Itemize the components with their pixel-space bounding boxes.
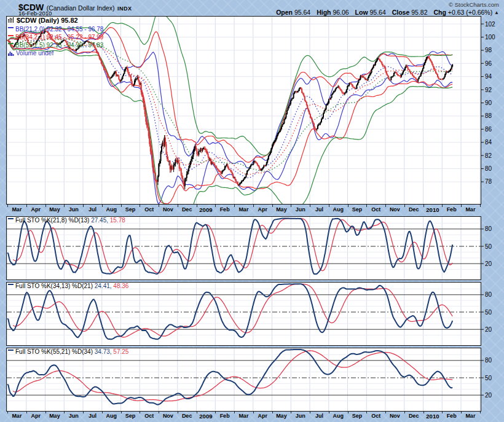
svg-text:88: 88 (485, 112, 492, 119)
svg-text:20: 20 (485, 326, 492, 333)
low-value: 95.64 (370, 9, 386, 16)
axis-tick (272, 411, 273, 413)
svg-text:90: 90 (485, 100, 492, 106)
open-label: Open (276, 9, 293, 16)
axis-tick (366, 411, 367, 413)
svg-text:80: 80 (485, 225, 492, 232)
stockcharts-chart-page: $CDW (Canadian Dollar Index) INDX 16-Feb… (0, 0, 504, 422)
svg-text:100: 100 (485, 34, 495, 41)
axis-tick (234, 205, 235, 207)
axis-tick (102, 411, 103, 413)
month-label: Mar (458, 413, 482, 419)
axis-tick (64, 205, 65, 207)
close-value: 95.82 (411, 9, 427, 16)
change-value: +0.63 (+0.66%) (448, 9, 492, 16)
axis-tick (253, 411, 254, 413)
axis-tick (442, 205, 443, 207)
svg-text:80: 80 (485, 165, 492, 172)
axis-tick (329, 205, 329, 207)
axis-tick (121, 411, 122, 413)
axis-tick (7, 205, 8, 207)
axis-tick (461, 411, 462, 413)
svg-text:86: 86 (485, 126, 492, 133)
axis-tick (7, 411, 8, 413)
stochastic-panel-medium: 205080 (6, 282, 503, 346)
svg-text:80: 80 (485, 291, 492, 298)
axis-tick (253, 205, 254, 207)
svg-text:84: 84 (485, 139, 492, 146)
exchange-code: INDX (117, 6, 132, 12)
axis-tick (480, 411, 481, 413)
svg-text:80: 80 (485, 357, 492, 364)
axis-tick (385, 411, 386, 413)
axis-tick (178, 411, 178, 413)
axis-tick (291, 411, 291, 413)
quote-strip: Open 95.64 High 96.06 Low 95.64 Close 95… (276, 9, 499, 16)
axis-tick (197, 411, 197, 413)
svg-text:102: 102 (485, 21, 495, 28)
stochastic-panel-fast: 205080 (6, 216, 503, 280)
up-triangle-icon: ▲ (494, 10, 499, 15)
svg-text:50: 50 (485, 309, 492, 316)
high-label: High (317, 9, 331, 16)
axis-tick (45, 411, 46, 413)
axis-tick (26, 411, 27, 413)
axis-tick (423, 411, 424, 413)
axis-tick (404, 205, 405, 207)
axis-tick (442, 411, 443, 413)
svg-text:96: 96 (485, 60, 492, 67)
svg-text:50: 50 (485, 375, 492, 381)
axis-tick (404, 411, 405, 413)
high-value: 96.06 (333, 9, 348, 16)
axis-tick (83, 411, 84, 413)
axis-tick (461, 205, 462, 207)
axis-tick (83, 205, 84, 207)
axis-tick (159, 205, 159, 207)
axis-tick (480, 205, 481, 207)
axis-tick (272, 205, 273, 207)
axis-tick (215, 205, 216, 207)
axis-tick (159, 411, 159, 413)
axis-tick (45, 205, 46, 207)
axis-tick (234, 411, 235, 413)
axis-tick (329, 411, 329, 413)
low-label: Low (355, 9, 368, 16)
axis-tick (140, 205, 140, 207)
svg-text:98: 98 (485, 47, 492, 53)
axis-tick (140, 411, 140, 413)
svg-text:82: 82 (485, 152, 492, 159)
axis-tick (423, 205, 424, 207)
month-label: Mar (458, 206, 482, 213)
axis-tick (64, 411, 65, 413)
axis-tick (310, 205, 310, 207)
axis-tick (310, 411, 310, 413)
axis-tick (348, 411, 348, 413)
change-label: Chg (433, 9, 446, 16)
svg-text:20: 20 (485, 392, 492, 399)
axis-tick (348, 205, 348, 207)
svg-text:20: 20 (485, 260, 492, 267)
copyright-notice: © StockCharts.com (449, 1, 499, 8)
axis-tick (178, 205, 178, 207)
svg-text:50: 50 (485, 243, 492, 250)
axis-tick (26, 205, 27, 207)
svg-text:92: 92 (485, 87, 492, 93)
svg-text:78: 78 (485, 178, 492, 185)
axis-tick (291, 205, 291, 207)
axis-tick (197, 205, 197, 207)
axis-tick (102, 205, 103, 207)
open-value: 95.64 (294, 9, 310, 16)
main-price-chart: 7880828486889092949698100102 (6, 16, 503, 205)
axis-tick (121, 205, 122, 207)
month-axis-bottom: MarAprMayJunJulAugSepOctNovDec2009FebMar… (0, 411, 504, 421)
axis-tick (215, 411, 216, 413)
close-label: Close (392, 9, 410, 16)
axis-tick (385, 205, 386, 207)
svg-text:94: 94 (485, 73, 492, 80)
axis-tick (366, 205, 367, 207)
stochastic-panel-slow: 205080 (6, 348, 503, 412)
symbol-name: (Canadian Dollar Index) (47, 4, 115, 12)
month-axis-top: MarAprMayJunJulAugSepOctNovDec2009FebMar… (0, 205, 504, 215)
